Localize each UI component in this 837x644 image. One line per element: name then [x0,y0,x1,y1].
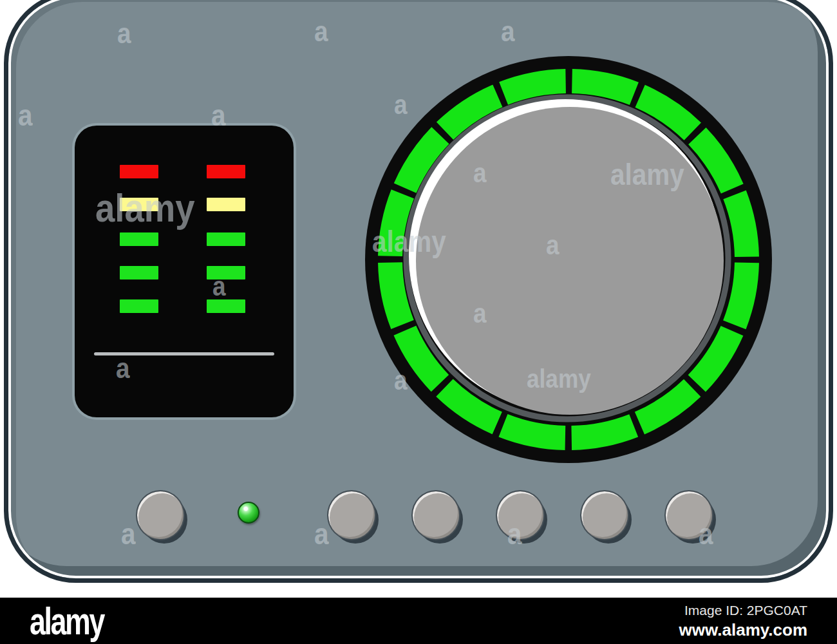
knob-face[interactable] [416,107,724,415]
control-button-4[interactable] [496,490,545,540]
right-bar-green-1 [207,232,245,246]
left-bar-green-2 [120,266,158,279]
control-button-6[interactable] [664,490,713,540]
jog-wheel-graphic [362,53,775,466]
green-led-indicator [238,502,259,524]
control-button-2[interactable] [327,490,376,540]
control-button-3[interactable] [411,490,460,540]
right-bar-red [207,165,245,178]
alamy-logo: alamy [30,599,104,643]
right-bar-green-3 [207,299,245,313]
left-bar-red [120,165,158,178]
meter-underline [94,352,274,355]
right-bar-green-2 [207,266,245,279]
control-button-5[interactable] [580,490,629,540]
left-bar-green-3 [120,299,158,313]
watermark-bar: alamy Image ID: 2PGC0AT www.alamy.com [0,598,837,644]
left-bar-green-1 [120,232,158,246]
alamy-url-text: www.alamy.com [679,620,807,640]
left-bar-yellow [120,198,158,211]
right-bar-yellow [207,198,245,211]
watermark-credits: Image ID: 2PGC0AT www.alamy.com [679,601,807,640]
display-panel [75,126,294,417]
audio-device-faceplate [4,0,833,583]
control-button-1[interactable] [136,490,185,540]
page: { "colors": { "body": "#7b8a91", "bezel_… [0,0,837,644]
image-id-text: Image ID: 2PGC0AT [679,601,807,620]
jog-wheel[interactable] [362,53,775,466]
